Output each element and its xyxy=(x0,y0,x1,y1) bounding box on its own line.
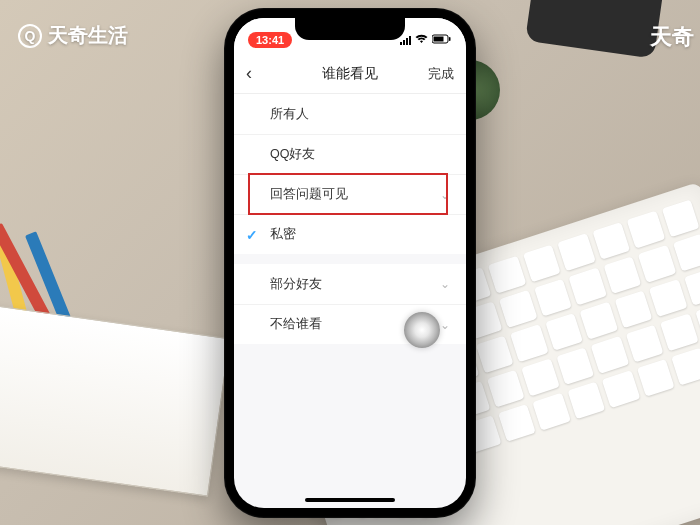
watermark-left-text: 天奇生活 xyxy=(48,22,128,49)
cellular-icon xyxy=(400,35,411,45)
svg-rect-2 xyxy=(449,37,451,41)
phone-screen: 13:41 ‹ 谁能看见 完成 所有人 xyxy=(234,18,466,508)
option-qq-friends[interactable]: QQ好友 xyxy=(234,134,466,174)
option-some-friends[interactable]: 部分好友 ⌄ xyxy=(234,264,466,304)
watermark-logo-icon: Q xyxy=(18,24,42,48)
option-answer-question[interactable]: 回答问题可见 ⌄ xyxy=(234,174,466,214)
visibility-options-list: 所有人 QQ好友 回答问题可见 ⌄ ✓ 私密 部分好友 ⌄ xyxy=(234,94,466,344)
phone-notch xyxy=(295,18,405,40)
done-button[interactable]: 完成 xyxy=(418,65,454,83)
back-button[interactable]: ‹ xyxy=(246,63,282,84)
bg-speaker xyxy=(525,0,665,59)
assistive-touch-button[interactable] xyxy=(404,312,440,348)
chevron-down-icon: ⌄ xyxy=(440,318,450,332)
battery-icon xyxy=(432,34,452,46)
option-everyone[interactable]: 所有人 xyxy=(234,94,466,134)
nav-header: ‹ 谁能看见 完成 xyxy=(234,54,466,94)
page-title: 谁能看见 xyxy=(322,65,378,83)
status-time: 13:41 xyxy=(248,32,292,48)
options-group-1: 所有人 QQ好友 回答问题可见 ⌄ ✓ 私密 xyxy=(234,94,466,254)
option-label: 回答问题可见 xyxy=(270,186,348,203)
option-label: 所有人 xyxy=(270,106,309,123)
phone-frame: 13:41 ‹ 谁能看见 完成 所有人 xyxy=(224,8,476,518)
option-label: 不给谁看 xyxy=(270,316,322,333)
status-icons xyxy=(400,34,452,46)
chevron-down-icon: ⌄ xyxy=(440,277,450,291)
chevron-down-icon: ⌄ xyxy=(440,188,450,202)
option-private[interactable]: ✓ 私密 xyxy=(234,214,466,254)
option-label: 私密 xyxy=(270,226,296,243)
watermark-left: Q 天奇生活 xyxy=(18,22,128,49)
option-label: QQ好友 xyxy=(270,146,315,163)
svg-rect-1 xyxy=(434,37,444,42)
wifi-icon xyxy=(415,34,428,46)
home-indicator[interactable] xyxy=(305,498,395,502)
watermark-right: 天奇 xyxy=(650,22,694,52)
checkmark-icon: ✓ xyxy=(246,227,258,243)
option-label: 部分好友 xyxy=(270,276,322,293)
